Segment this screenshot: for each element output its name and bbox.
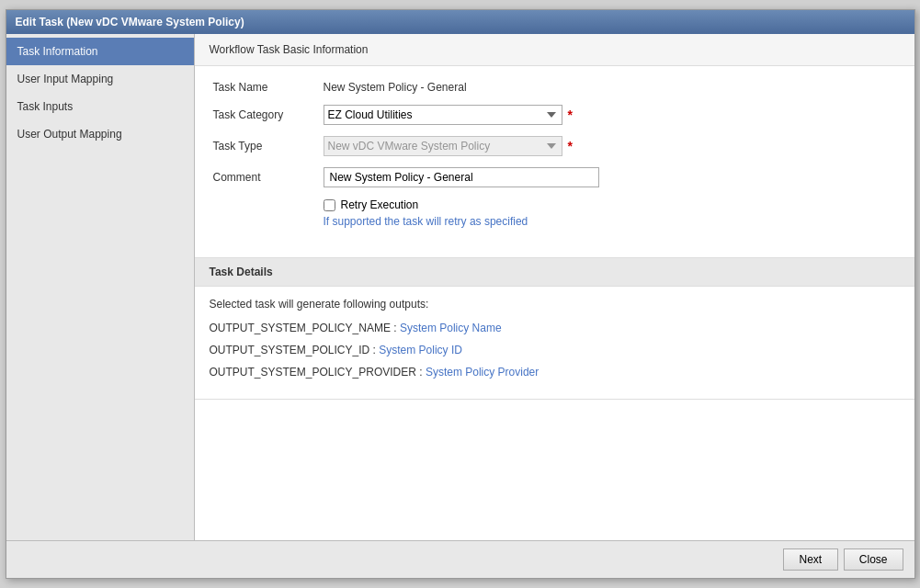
section-header: Workflow Task Basic Information	[195, 34, 914, 66]
sidebar-item-task-inputs[interactable]: Task Inputs	[6, 93, 194, 120]
task-category-select-wrapper: EZ Cloud Utilities	[324, 105, 562, 125]
task-type-select-wrapper: New vDC VMware System Policy	[324, 136, 562, 156]
sidebar-item-task-information[interactable]: Task Information	[6, 38, 194, 65]
main-content: Workflow Task Basic Information Task Nam…	[195, 34, 914, 540]
task-name-value: New System Policy - General	[324, 81, 467, 94]
comment-input[interactable]	[324, 167, 599, 187]
task-type-label: Task Type	[213, 140, 324, 153]
task-type-required: *	[568, 139, 573, 153]
task-details-section: Task Details Selected task will generate…	[195, 257, 914, 400]
output-key-2: OUTPUT_SYSTEM_POLICY_PROVIDER	[210, 366, 416, 379]
retry-hint: If supported the task will retry as spec…	[324, 215, 896, 228]
output-key-1: OUTPUT_SYSTEM_POLICY_ID	[210, 344, 370, 356]
task-category-row: Task Category EZ Cloud Utilities *	[213, 105, 896, 125]
retry-checkbox[interactable]	[324, 199, 335, 211]
task-details-body: Selected task will generate following ou…	[195, 287, 914, 399]
sidebar: Task Information User Input Mapping Task…	[6, 34, 195, 540]
output-value-1: System Policy ID	[379, 344, 462, 356]
output-item-0: OUTPUT_SYSTEM_POLICY_NAME : System Polic…	[210, 322, 900, 334]
task-category-label: Task Category	[213, 108, 324, 121]
task-category-required: *	[568, 107, 573, 122]
dialog-body: Task Information User Input Mapping Task…	[6, 34, 914, 540]
dialog-footer: Next Close	[6, 540, 914, 578]
retry-label: Retry Execution	[341, 198, 419, 211]
next-button[interactable]: Next	[783, 548, 838, 571]
dialog-title: Edit Task (New vDC VMware System Policy)	[6, 10, 914, 34]
task-details-intro: Selected task will generate following ou…	[210, 298, 900, 311]
output-item-1: OUTPUT_SYSTEM_POLICY_ID : System Policy …	[210, 344, 900, 356]
edit-task-dialog: Edit Task (New vDC VMware System Policy)…	[6, 9, 915, 579]
comment-row: Comment	[213, 167, 896, 187]
output-value-0: System Policy Name	[400, 322, 502, 334]
sidebar-item-user-input-mapping[interactable]: User Input Mapping	[6, 65, 194, 93]
task-category-select[interactable]: EZ Cloud Utilities	[324, 105, 562, 125]
form-area: Task Name New System Policy - General Ta…	[195, 66, 914, 257]
sidebar-item-user-output-mapping[interactable]: User Output Mapping	[6, 120, 194, 148]
output-key-0: OUTPUT_SYSTEM_POLICY_NAME	[210, 322, 391, 334]
task-type-select[interactable]: New vDC VMware System Policy	[324, 136, 562, 156]
output-value-2: System Policy Provider	[426, 366, 539, 379]
task-type-row: Task Type New vDC VMware System Policy *	[213, 136, 896, 156]
comment-label: Comment	[213, 171, 324, 184]
task-details-header: Task Details	[195, 258, 914, 287]
task-name-row: Task Name New System Policy - General	[213, 81, 896, 94]
task-name-label: Task Name	[213, 81, 324, 94]
retry-row: Retry Execution	[324, 198, 896, 211]
close-button[interactable]: Close	[844, 548, 903, 571]
output-item-2: OUTPUT_SYSTEM_POLICY_PROVIDER : System P…	[210, 366, 900, 379]
